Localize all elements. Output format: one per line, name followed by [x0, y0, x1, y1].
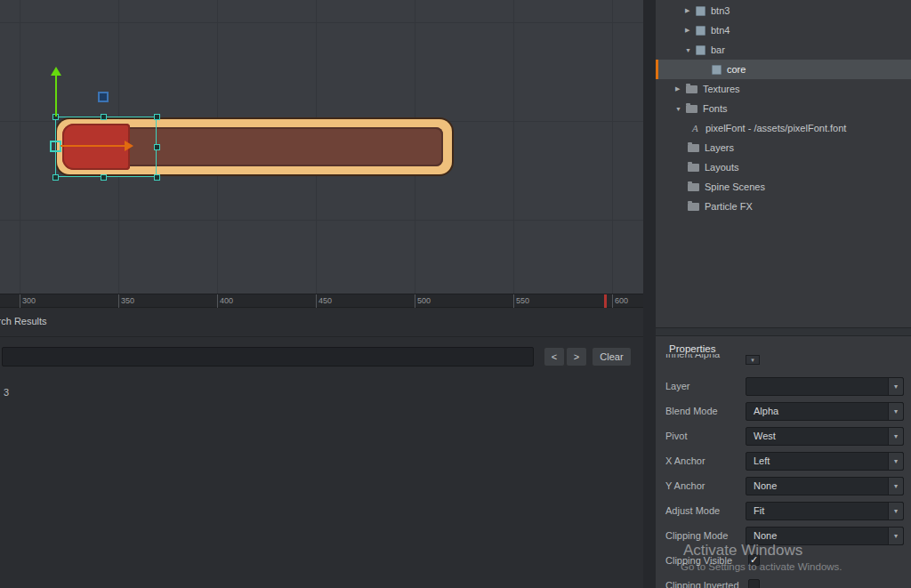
selection-handle[interactable] [52, 174, 59, 181]
property-label: Adjust Mode [665, 498, 720, 523]
activate-windows-watermark: Activate Windows [683, 542, 802, 560]
dropdown-value: Left [754, 453, 770, 470]
tab-search-results[interactable]: Search Results [0, 316, 47, 326]
folder-icon [686, 105, 697, 113]
folder-icon [688, 144, 699, 152]
ruler-tick [217, 294, 218, 308]
x-axis-arrow-icon[interactable] [125, 141, 133, 151]
outline-item-particle-fx[interactable]: Particle FX [656, 197, 911, 216]
property-row-clipping-inverted: Clipping Inverted [656, 573, 911, 588]
chevron-down-icon: ▾ [888, 528, 903, 544]
x-anchor-select[interactable]: Left ▾ [746, 452, 904, 471]
ruler-tick [316, 294, 317, 308]
adjust-mode-select[interactable]: Fit ▾ [746, 502, 904, 520]
dropdown-value: Alpha [754, 403, 778, 420]
chevron-right-icon[interactable]: ▶ [685, 7, 696, 14]
clear-button[interactable]: Clear [592, 347, 632, 366]
ruler-tick [20, 294, 20, 308]
selection-handle[interactable] [101, 174, 107, 181]
property-label: Clipping Inverted [665, 573, 739, 588]
chevron-down-icon: ▾ [888, 403, 903, 420]
horizontal-ruler: 300 350 400 450 500 550 600 [0, 294, 643, 308]
scene-viewport[interactable] [0, 0, 643, 294]
ruler-cursor-marker [604, 294, 607, 308]
chevron-down-icon: ▾ [888, 453, 903, 470]
next-result-button[interactable]: > [566, 347, 587, 366]
property-row-pivot: Pivot West ▾ [656, 423, 911, 448]
outline-item-btn3[interactable]: ▶ btn3 [656, 1, 911, 20]
outline-item-btn4[interactable]: ▶ btn4 [656, 20, 911, 40]
folder-icon [688, 164, 699, 172]
outline-item-label: btn4 [711, 25, 730, 36]
folder-icon [688, 183, 699, 191]
outline-item-bar[interactable]: ▼ bar [656, 40, 911, 60]
layer-select[interactable]: ▾ [746, 377, 904, 396]
divider [656, 327, 911, 336]
outline-item-label: core [727, 64, 746, 75]
gui-node-icon [712, 65, 722, 75]
activate-windows-subtext: Go to Settings to activate Windows. [681, 561, 842, 572]
y-axis-manipulator[interactable] [55, 75, 57, 117]
outline-item-label: Textures [703, 84, 740, 94]
chevron-down-icon: ▾ [888, 378, 903, 395]
outline-item-textures[interactable]: ▶ Textures [656, 79, 911, 99]
outline-item-core[interactable]: core [656, 60, 911, 79]
pivot-select[interactable]: West ▾ [746, 427, 904, 446]
ruler-label: 500 [417, 296, 431, 305]
outline-item-fonts[interactable]: ▼ Fonts [656, 99, 911, 118]
dropdown-value: None [754, 478, 777, 495]
gui-node-icon [696, 45, 705, 55]
selection-handle[interactable] [154, 114, 160, 120]
search-results-panel: Search Results < > Clear 3 [0, 309, 643, 588]
ruler-label: 300 [22, 296, 36, 305]
outline-item-label: Particle FX [705, 201, 753, 212]
ruler-label: 400 [220, 296, 233, 305]
property-label: Layer [665, 374, 690, 399]
outline-item-layers[interactable]: Layers [656, 138, 911, 157]
chevron-down-icon[interactable]: ▼ [685, 47, 696, 53]
property-row-y-anchor: Y Anchor None ▾ [656, 473, 911, 498]
outline-item-label: btn3 [711, 5, 730, 16]
ruler-tick [612, 294, 613, 308]
blend-mode-select[interactable]: Alpha ▾ [746, 402, 904, 421]
folder-icon [688, 203, 699, 211]
prev-result-button[interactable]: < [544, 347, 565, 366]
y-axis-arrow-icon[interactable] [51, 67, 61, 76]
property-label: Pivot [665, 423, 687, 448]
outline-item-label: bar [711, 44, 725, 55]
ruler-label: 550 [516, 296, 529, 305]
ruler-tick [513, 294, 514, 308]
outline-item-layouts[interactable]: Layouts [656, 157, 911, 177]
gui-node-icon [696, 26, 705, 36]
selection-handle[interactable] [154, 144, 160, 150]
property-row-inherit-alpha-clipped: Inherit Alpha ▾ [656, 354, 911, 366]
chevron-down-icon[interactable]: ▼ [675, 106, 686, 112]
chevron-right-icon[interactable]: ▶ [675, 85, 686, 93]
chevron-right-icon: > [574, 351, 579, 362]
x-axis-manipulator[interactable] [60, 145, 125, 147]
property-row-adjust-mode: Adjust Mode Fit ▾ [656, 498, 911, 523]
clipping-inverted-checkbox[interactable] [748, 579, 760, 588]
search-input[interactable] [2, 347, 534, 366]
outline-item-pixelfont[interactable]: A pixelFont - /assets/pixelFont.font [656, 118, 911, 138]
outline-item-label: Fonts [703, 103, 728, 114]
ruler-tick [118, 294, 119, 308]
property-row-layer: Layer ▾ [656, 374, 911, 399]
ruler-label: 450 [318, 296, 332, 305]
panel-splitter[interactable] [643, 0, 656, 588]
properties-title: Properties [669, 343, 715, 354]
selection-handle[interactable] [154, 174, 160, 181]
outline-item-label: pixelFont - /assets/pixelFont.font [705, 123, 846, 133]
property-row-blend-mode: Blend Mode Alpha ▾ [656, 399, 911, 423]
selection-handle[interactable] [101, 114, 107, 120]
chevron-down-icon[interactable]: ▾ [746, 355, 760, 365]
folder-icon [686, 85, 697, 93]
y-anchor-select[interactable]: None ▾ [746, 477, 904, 495]
chevron-down-icon: ▾ [888, 503, 903, 520]
outline-item-spine-scenes[interactable]: Spine Scenes [656, 177, 911, 197]
search-result-item[interactable]: 3 [4, 387, 9, 398]
right-panel: ▶ btn3 ▶ btn4 ▼ bar core ▶ Textures ▼ Fo… [656, 0, 911, 588]
node-origin-marker[interactable] [98, 92, 109, 102]
property-label: Blend Mode [665, 399, 718, 423]
chevron-right-icon[interactable]: ▶ [685, 27, 696, 34]
